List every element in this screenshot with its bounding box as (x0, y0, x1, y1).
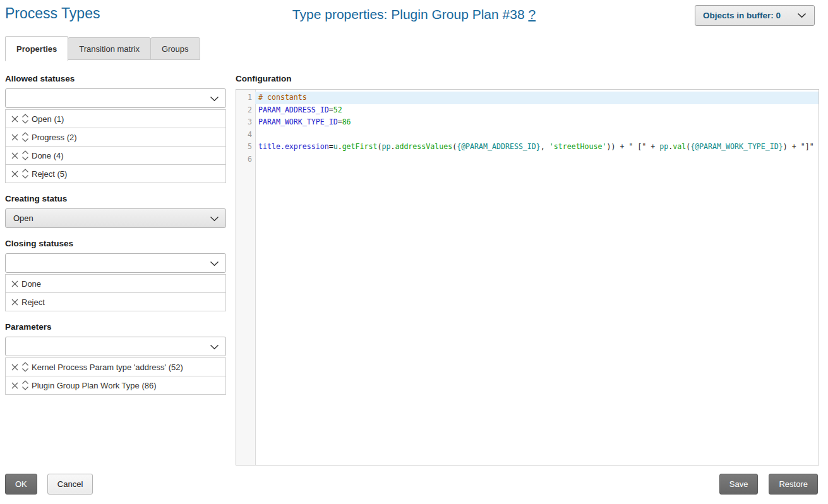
remove-icon[interactable] (11, 115, 19, 123)
code-line[interactable]: 3PARAM_WORK_TYPE_ID=86 (236, 116, 819, 129)
list-item-label: Kernel Process Param type 'address' (52) (31, 363, 183, 372)
list-item: Kernel Process Param type 'address' (52) (5, 357, 226, 376)
list-item-label: Reject (21, 297, 45, 307)
tab-bar: PropertiesTransition matrixGroups (5, 36, 200, 61)
remove-icon[interactable] (11, 133, 19, 141)
list-item-label: Open (1) (31, 114, 64, 124)
tab-transition-matrix[interactable]: Transition matrix (68, 37, 151, 60)
code-lines: 1# constants2PARAM_ADDRESS_ID=523PARAM_W… (236, 92, 819, 165)
save-button[interactable]: Save (719, 474, 759, 495)
parameters-select[interactable] (5, 337, 226, 356)
tab-properties[interactable]: Properties (5, 36, 68, 61)
allowed-statuses-label: Allowed statuses (5, 74, 226, 83)
list-item-label: Reject (5) (31, 169, 67, 179)
line-number: 6 (236, 153, 255, 166)
chevron-down-icon[interactable] (210, 261, 219, 267)
footer-right: Save Restore (719, 474, 818, 495)
list-item: Done (4) (5, 146, 226, 165)
list-item: Plugin Group Plan Work Type (86) (5, 376, 226, 395)
remove-icon[interactable] (11, 363, 19, 371)
parameters-list: Kernel Process Param type 'address' (52)… (5, 357, 226, 395)
sort-handle-icon[interactable] (21, 361, 30, 373)
left-panel: Allowed statuses Open (1)Progress (2)Don… (5, 74, 226, 395)
list-item-label: Done (4) (31, 151, 64, 160)
list-item: Open (1) (5, 109, 226, 128)
remove-icon[interactable] (11, 152, 19, 160)
restore-button[interactable]: Restore (769, 474, 818, 495)
list-item: Reject (5, 292, 226, 311)
code-line[interactable]: 2PARAM_ADDRESS_ID=52 (236, 104, 819, 117)
chevron-down-icon[interactable] (210, 96, 219, 102)
code-line[interactable]: 5title.expression=u.getFirst(pp.addressV… (236, 141, 819, 153)
list-item: Progress (2) (5, 128, 226, 147)
creating-status-label: Creating status (5, 194, 226, 203)
configuration-editor[interactable]: 1# constants2PARAM_ADDRESS_ID=523PARAM_W… (236, 89, 819, 465)
allowed-statuses-select[interactable] (5, 88, 226, 108)
sort-handle-icon[interactable] (21, 131, 30, 143)
remove-icon[interactable] (11, 280, 19, 288)
chevron-down-icon[interactable] (781, 13, 807, 18)
code-line[interactable]: 1# constants (236, 92, 819, 104)
list-item-label: Done (21, 279, 41, 289)
cancel-button[interactable]: Cancel (47, 474, 93, 495)
code-line-content[interactable]: PARAM_WORK_TYPE_ID=86 (255, 116, 819, 129)
right-panel: Configuration 1# constants2PARAM_ADDRESS… (236, 74, 819, 465)
code-line-content[interactable] (255, 153, 819, 166)
line-number: 1 (236, 92, 255, 104)
list-item-label: Plugin Group Plan Work Type (86) (31, 381, 157, 390)
code-line-content[interactable] (255, 129, 819, 141)
sort-handle-icon[interactable] (21, 113, 30, 124)
closing-statuses-select[interactable] (5, 253, 226, 273)
line-number: 3 (236, 116, 255, 129)
remove-icon[interactable] (11, 381, 19, 390)
sort-handle-icon[interactable] (21, 168, 30, 179)
line-number: 5 (236, 141, 255, 153)
process-type-properties-page: Process Types Type properties: Plugin Gr… (0, 0, 828, 504)
code-line-content[interactable]: # constants (255, 92, 819, 104)
chevron-down-icon[interactable] (210, 344, 219, 350)
remove-icon[interactable] (11, 170, 19, 178)
sort-handle-icon[interactable] (21, 150, 30, 161)
list-item: Done (5, 274, 226, 293)
allowed-statuses-list: Open (1)Progress (2)Done (4)Reject (5) (5, 109, 226, 183)
code-line[interactable]: 4 (236, 129, 819, 141)
objects-in-buffer-button[interactable]: Objects in buffer: 0 (695, 5, 815, 26)
chevron-down-icon[interactable] (210, 216, 219, 222)
list-item-label: Progress (2) (31, 133, 77, 142)
dialog-title-text: Type properties: Plugin Group Plan #38 (292, 7, 525, 21)
closing-statuses-list: DoneReject (5, 274, 226, 311)
code-line-content[interactable]: PARAM_ADDRESS_ID=52 (255, 104, 819, 117)
list-item: Reject (5) (5, 164, 226, 183)
creating-status-select[interactable]: Open (5, 208, 226, 228)
configuration-label: Configuration (236, 74, 819, 83)
closing-statuses-label: Closing statuses (5, 239, 226, 248)
objects-in-buffer-label: Objects in buffer: 0 (703, 11, 781, 20)
ok-button[interactable]: OK (5, 474, 37, 495)
remove-icon[interactable] (11, 298, 19, 306)
line-number: 4 (236, 129, 255, 141)
code-line[interactable]: 6 (236, 153, 819, 166)
parameters-label: Parameters (5, 322, 226, 332)
help-link[interactable]: ? (528, 7, 536, 21)
tab-groups[interactable]: Groups (150, 37, 200, 60)
code-line-content[interactable]: title.expression=u.getFirst(pp.addressVa… (255, 141, 819, 153)
creating-status-select-value: Open (6, 209, 225, 227)
footer-left: OK Cancel (5, 474, 93, 495)
sort-handle-icon[interactable] (21, 380, 30, 391)
line-number: 2 (236, 104, 255, 117)
